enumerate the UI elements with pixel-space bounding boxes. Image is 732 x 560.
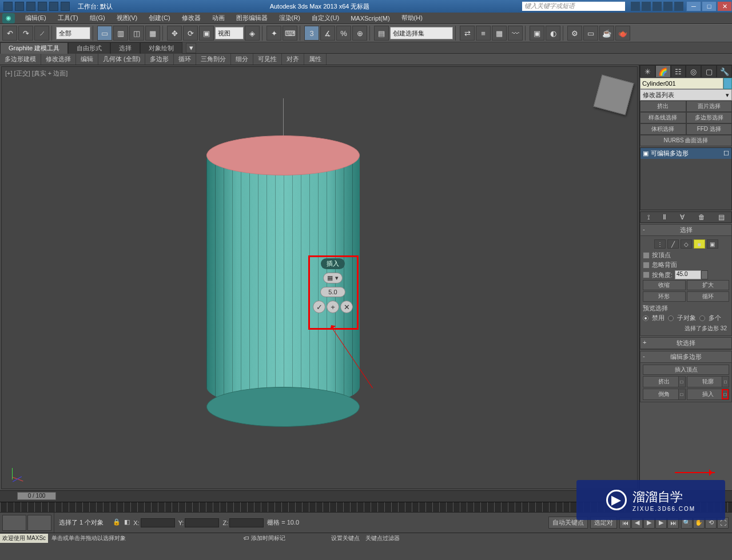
rollout-edit-poly-header[interactable]: -编辑多边形 bbox=[640, 351, 731, 363]
tab-freeform[interactable]: 自由形式 bbox=[68, 42, 110, 54]
config-sets-icon[interactable]: ▤ bbox=[718, 213, 725, 221]
tab-utilities-icon[interactable]: 🔧 bbox=[717, 65, 732, 78]
chk-by-vertex[interactable] bbox=[643, 252, 650, 259]
subtab-subdiv[interactable]: 细分 bbox=[231, 54, 253, 65]
tab-motion-icon[interactable]: ◎ bbox=[686, 65, 701, 78]
viewcube[interactable] bbox=[593, 74, 634, 115]
angle-spinner-arrows[interactable] bbox=[701, 270, 708, 279]
workspace-dropdown[interactable]: 工作台: 默认 bbox=[73, 2, 117, 11]
named-selection-dropdown[interactable]: 创建选择集 bbox=[390, 27, 453, 39]
bevel-button[interactable]: 倒角□ bbox=[643, 389, 686, 400]
curve-editor-icon[interactable]: 〰 bbox=[508, 26, 523, 41]
subobj-border-icon[interactable]: ◇ bbox=[681, 239, 692, 249]
edit-named-sel-icon[interactable]: ▤ bbox=[374, 26, 389, 41]
qa-link-icon[interactable] bbox=[61, 2, 70, 11]
modbtn-extrude[interactable]: 挤出 bbox=[640, 101, 686, 112]
render-prod-icon[interactable]: 🫖 bbox=[615, 26, 630, 41]
object-name-input[interactable] bbox=[640, 78, 723, 89]
render-setup-icon[interactable]: ⚙ bbox=[567, 26, 582, 41]
select-manip-icon[interactable]: ✦ bbox=[266, 26, 281, 41]
time-slider-knob[interactable]: 0 / 100 bbox=[17, 492, 56, 500]
material-editor-icon[interactable]: ◐ bbox=[546, 26, 560, 41]
tab-modify-icon[interactable]: 🌈 bbox=[655, 65, 671, 78]
qa-redo-icon[interactable] bbox=[49, 2, 58, 11]
cylinder-top-cap-selected[interactable] bbox=[206, 135, 360, 175]
select-icon[interactable]: ▭ bbox=[97, 26, 112, 41]
caddy-apply-button[interactable]: + bbox=[327, 301, 339, 313]
grow-button[interactable]: 扩大 bbox=[687, 280, 730, 290]
spinner-snap-icon[interactable]: ⊕ bbox=[352, 26, 367, 41]
stack-item-editable-poly[interactable]: ▣ 可编辑多边形 ☐ bbox=[640, 148, 731, 159]
qa-new-icon[interactable] bbox=[3, 2, 13, 11]
move-icon[interactable]: ✥ bbox=[167, 26, 182, 41]
percent-snap-icon[interactable]: % bbox=[336, 26, 351, 41]
menu-tools[interactable]: 工具(T) bbox=[52, 14, 84, 22]
chk-ignore-back[interactable] bbox=[643, 262, 650, 269]
radio-disable[interactable] bbox=[643, 315, 649, 321]
subtab-vis[interactable]: 可见性 bbox=[253, 54, 282, 65]
subobj-polygon-icon[interactable]: ■ bbox=[694, 239, 705, 249]
subtab-align[interactable]: 对齐 bbox=[282, 54, 304, 65]
bevel-settings-icon[interactable]: □ bbox=[678, 389, 685, 399]
script-mini-listener[interactable] bbox=[2, 515, 26, 531]
insert-vertex-button[interactable]: 插入顶点 bbox=[643, 365, 729, 375]
subtab-poly[interactable]: 多边形 bbox=[145, 54, 174, 65]
maximize-button[interactable]: □ bbox=[702, 1, 717, 11]
set-key-button[interactable]: 设置关键点 bbox=[331, 534, 360, 542]
absolute-mode-icon[interactable]: ◧ bbox=[124, 518, 130, 527]
add-time-tag[interactable]: 🏷 添加时间标记 bbox=[244, 534, 285, 542]
loop-button[interactable]: 循环 bbox=[687, 291, 730, 302]
infocenter-key-icon[interactable] bbox=[642, 2, 651, 11]
redo-icon[interactable]: ↷ bbox=[18, 26, 33, 41]
select-region-icon[interactable]: ◫ bbox=[129, 26, 144, 41]
angle-spinner[interactable]: 45.0 bbox=[675, 270, 701, 279]
outline-settings-icon[interactable]: □ bbox=[722, 377, 729, 387]
window-crossing-icon[interactable]: ▦ bbox=[145, 26, 160, 41]
modbtn-nurbs[interactable]: NURBS 曲面选择 bbox=[640, 135, 732, 146]
ribbon-expand-icon[interactable]: ▾ bbox=[186, 43, 196, 53]
caddy-amount-spinner[interactable]: 5.0 bbox=[320, 287, 345, 297]
render-icon[interactable]: ☕ bbox=[599, 26, 614, 41]
mirror-icon[interactable]: ⇄ bbox=[460, 26, 475, 41]
modifier-list-dropdown[interactable]: 修改器列表▾ bbox=[640, 89, 732, 101]
selection-filter-dropdown[interactable]: 全部 bbox=[56, 27, 90, 39]
inset-settings-icon[interactable]: □ bbox=[722, 389, 729, 399]
caddy-ok-button[interactable]: ✓ bbox=[313, 301, 325, 313]
subtab-edit[interactable]: 编辑 bbox=[76, 54, 98, 65]
qa-open-icon[interactable] bbox=[15, 2, 24, 11]
tab-graphite[interactable]: Graphite 建模工具 bbox=[0, 42, 68, 54]
link-icon[interactable]: ⟋ bbox=[34, 26, 49, 41]
menu-maxscript[interactable]: MAXScript(M) bbox=[345, 15, 395, 22]
color-swatch[interactable] bbox=[723, 78, 732, 89]
stack-vis-icon[interactable]: ☐ bbox=[723, 150, 729, 157]
subobj-edge-icon[interactable]: ╱ bbox=[667, 239, 679, 249]
subobj-vertex-icon[interactable]: ⋮ bbox=[654, 239, 666, 249]
menu-create[interactable]: 创建(C) bbox=[143, 14, 176, 22]
y-input[interactable] bbox=[185, 518, 219, 527]
viewport-label[interactable]: [+] [正交] [真实 + 边面] bbox=[5, 69, 67, 78]
undo-icon[interactable]: ↶ bbox=[2, 26, 17, 41]
remove-mod-icon[interactable]: 🗑 bbox=[698, 213, 705, 221]
subtab-tri[interactable]: 三角剖分 bbox=[196, 54, 231, 65]
radio-multi[interactable] bbox=[699, 315, 705, 321]
infocenter-help-icon[interactable] bbox=[674, 2, 683, 11]
z-input[interactable] bbox=[229, 518, 264, 527]
radio-subobj[interactable] bbox=[668, 315, 674, 321]
ring-button[interactable]: 环形 bbox=[643, 291, 686, 302]
close-button[interactable]: ✕ bbox=[717, 1, 732, 11]
schematic-icon[interactable]: ▣ bbox=[530, 26, 544, 41]
keyboard-shortcut-icon[interactable]: ⌨ bbox=[283, 26, 297, 41]
qa-save-icon[interactable] bbox=[26, 2, 35, 11]
script-recorder[interactable] bbox=[27, 515, 51, 531]
make-unique-icon[interactable]: ∀ bbox=[680, 213, 685, 221]
app-menu-icon[interactable]: ◉ bbox=[2, 13, 15, 23]
layer-icon[interactable]: ▦ bbox=[492, 26, 507, 41]
tab-hierarchy-icon[interactable]: ☷ bbox=[671, 65, 686, 78]
viewport[interactable]: [+] [正交] [真实 + 边面] 插入 ▦ ▾ 5.0 ✓ bbox=[1, 66, 638, 489]
tab-display-icon[interactable]: ▢ bbox=[701, 65, 717, 78]
rotate-icon[interactable]: ⟳ bbox=[183, 26, 198, 41]
snap-toggle-icon[interactable]: 3 bbox=[304, 26, 319, 41]
menu-graph[interactable]: 图形编辑器 bbox=[230, 14, 273, 22]
tab-create-icon[interactable]: ✳ bbox=[640, 65, 655, 78]
key-filter-button[interactable]: 关键点过滤器 bbox=[365, 534, 400, 542]
